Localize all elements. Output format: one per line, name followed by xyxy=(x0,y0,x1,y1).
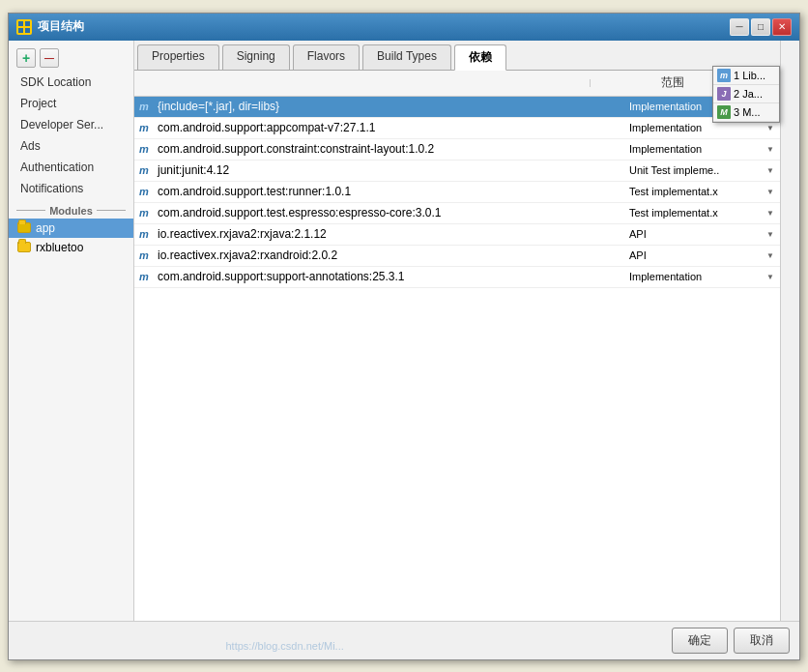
dep-row-5[interactable]: m com.android.support.test.espresso:espr… xyxy=(134,203,780,224)
window-icon xyxy=(16,19,32,35)
main-panel: Properties Signing Flavors Build Types 依… xyxy=(134,41,780,621)
dep-scope-6: API ▼ xyxy=(625,226,780,242)
dep-scope-2: Implementation ▼ xyxy=(625,141,780,157)
sidebar-item-sdk-location[interactable]: SDK Location xyxy=(9,72,133,93)
dropdown-arrow-5: ▼ xyxy=(765,207,776,219)
dep-icon-5: m xyxy=(134,207,154,219)
main-window: 项目结构 ─ □ ✕ + ─ SDK Location Project Deve… xyxy=(8,13,800,660)
sidebar-item-notifications[interactable]: Notifications xyxy=(9,178,133,199)
folder-icon-app xyxy=(16,221,32,235)
dropdown-arrow-7: ▼ xyxy=(765,249,776,261)
maximize-button[interactable]: □ xyxy=(751,18,770,36)
sidebar-item-project[interactable]: Project xyxy=(9,93,133,114)
dep-name-7: io.reactivex.rxjava2:rxandroid:2.0.2 xyxy=(154,246,625,265)
dropdown-arrow-8: ▼ xyxy=(765,271,776,282)
dep-name-2: com.android.support.constraint:constrain… xyxy=(154,139,625,159)
svg-rect-0 xyxy=(18,21,23,26)
dropdown-arrow-4: ▼ xyxy=(765,186,776,197)
popup-icon-module: M xyxy=(717,105,731,119)
remove-module-button[interactable]: ─ xyxy=(40,48,59,68)
dep-icon-2: m xyxy=(134,143,154,155)
dep-scope-3: Unit Test impleme.. ▼ xyxy=(625,162,780,178)
dep-scope-5: Test implementat.x ▼ xyxy=(625,205,780,220)
content-area: + ─ SDK Location Project Developer Ser..… xyxy=(9,41,799,621)
dep-name-8: com.android.support:support-annotations:… xyxy=(154,267,625,286)
popup-item-lib[interactable]: m 1 Lib... xyxy=(713,67,779,85)
tab-dependencies[interactable]: 依赖 xyxy=(454,44,506,71)
module-item-app[interactable]: app xyxy=(9,219,133,238)
popup-panel: m 1 Lib... J 2 Ja... M 3 M... xyxy=(712,66,780,123)
dropdown-arrow-3: ▼ xyxy=(765,164,776,176)
svg-rect-1 xyxy=(25,21,30,26)
dep-name-4: com.android.support.test:runner:1.0.1 xyxy=(154,182,625,201)
dep-name-3: junit:junit:4.12 xyxy=(154,161,625,180)
popup-item-jar[interactable]: J 2 Ja... xyxy=(713,85,779,103)
ok-button[interactable]: 确定 xyxy=(672,628,728,654)
dep-scope-8: Implementation ▼ xyxy=(625,269,780,284)
dep-row-0[interactable]: m {include=[*.jar], dir=libs} Implementa… xyxy=(134,97,780,118)
dep-icon-3: m xyxy=(134,164,154,176)
dep-scope-4: Test implementat.x ▼ xyxy=(625,184,780,199)
tab-signing[interactable]: Signing xyxy=(222,44,290,70)
dep-row-4[interactable]: m com.android.support.test:runner:1.0.1 … xyxy=(134,182,780,203)
dep-row-3[interactable]: m junit:junit:4.12 Unit Test impleme.. ▼ xyxy=(134,161,780,182)
dep-row-7[interactable]: m io.reactivex.rxjava2:rxandroid:2.0.2 A… xyxy=(134,246,780,267)
tab-properties[interactable]: Properties xyxy=(137,44,219,70)
footer: https://blog.csdn.net/Mi... 确定 取消 xyxy=(9,621,799,659)
dep-name-1: com.android.support:appcompat-v7:27.1.1 xyxy=(154,118,625,137)
minimize-button[interactable]: ─ xyxy=(730,18,749,36)
tab-flavors[interactable]: Flavors xyxy=(293,44,360,70)
popup-icon-lib: m xyxy=(717,69,731,82)
deps-name-col-header xyxy=(134,79,591,87)
dep-row-8[interactable]: m com.android.support:support-annotation… xyxy=(134,267,780,288)
watermark: https://blog.csdn.net/Mi... xyxy=(226,640,583,652)
cancel-button[interactable]: 取消 xyxy=(734,628,790,654)
sidebar-toolbar: + ─ xyxy=(9,44,133,72)
window-controls: ─ □ ✕ xyxy=(730,18,792,36)
tab-build-types[interactable]: Build Types xyxy=(362,44,451,70)
deps-header: 范围 + xyxy=(134,71,780,97)
close-button[interactable]: ✕ xyxy=(772,18,792,36)
svg-rect-2 xyxy=(18,28,23,33)
dep-icon-7: m xyxy=(134,249,154,261)
sidebar-item-developer-ser[interactable]: Developer Ser... xyxy=(9,114,133,135)
dropdown-arrow-1: ▼ xyxy=(765,122,776,133)
dep-icon-8: m xyxy=(134,271,154,282)
dep-icon-4: m xyxy=(134,186,154,197)
dep-row-1[interactable]: m com.android.support:appcompat-v7:27.1.… xyxy=(134,118,780,139)
dep-icon-0: m xyxy=(134,101,154,112)
dropdown-arrow-2: ▼ xyxy=(765,143,776,155)
sidebar-item-ads[interactable]: Ads xyxy=(9,135,133,157)
sidebar: + ─ SDK Location Project Developer Ser..… xyxy=(9,41,134,621)
dropdown-arrow-6: ▼ xyxy=(765,228,776,240)
dep-row-2[interactable]: m com.android.support.constraint:constra… xyxy=(134,139,780,161)
right-panel: m 1 Lib... J 2 Ja... M 3 M... xyxy=(780,41,799,621)
dep-icon-1: m xyxy=(134,122,154,133)
dep-name-5: com.android.support.test.espresso:espres… xyxy=(154,203,625,222)
svg-rect-3 xyxy=(25,28,30,33)
popup-icon-jar: J xyxy=(717,87,731,101)
tabs-bar: Properties Signing Flavors Build Types 依… xyxy=(134,41,780,71)
dep-scope-7: API ▼ xyxy=(625,248,780,263)
dependencies-panel: 范围 + m {include=[*.jar], dir=libs} Imple… xyxy=(134,71,780,621)
window-title: 项目结构 xyxy=(38,18,730,35)
dep-name-0: {include=[*.jar], dir=libs} xyxy=(154,97,625,116)
title-bar: 项目结构 ─ □ ✕ xyxy=(9,14,799,41)
dep-name-6: io.reactivex.rxjava2:rxjava:2.1.12 xyxy=(154,224,625,244)
dependencies-table: m {include=[*.jar], dir=libs} Implementa… xyxy=(134,97,780,621)
modules-divider: Modules xyxy=(9,199,133,219)
dep-icon-6: m xyxy=(134,228,154,240)
dep-row-6[interactable]: m io.reactivex.rxjava2:rxjava:2.1.12 API… xyxy=(134,224,780,246)
sidebar-item-authentication[interactable]: Authentication xyxy=(9,157,133,178)
popup-item-module[interactable]: M 3 M... xyxy=(713,103,779,122)
folder-icon-rxbluetoo xyxy=(16,241,32,254)
module-item-rxbluetoo[interactable]: rxbluetoo xyxy=(9,238,133,257)
add-module-button[interactable]: + xyxy=(16,48,36,68)
